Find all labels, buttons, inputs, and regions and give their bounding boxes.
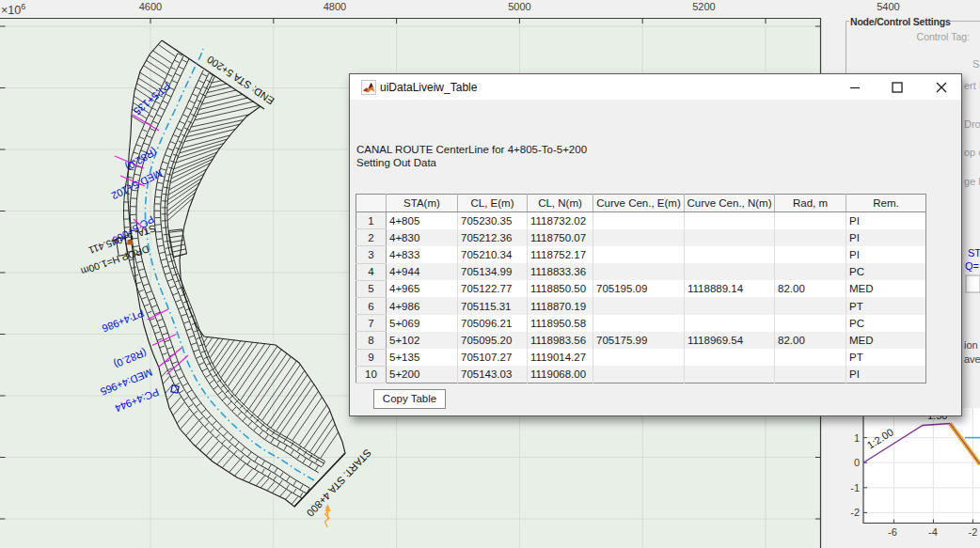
svg-text:5000: 5000 (508, 1, 530, 12)
svg-text:Q=: Q= (965, 260, 979, 272)
svg-text:ert L: ert L (964, 80, 980, 91)
svg-text:5200: 5200 (692, 1, 715, 12)
svg-text:ave: ave (964, 353, 980, 365)
svg-text:-1: -1 (850, 482, 860, 493)
svg-text:4600: 4600 (139, 1, 162, 12)
svg-text:Drop: Drop (964, 118, 980, 130)
svg-text:ST: ST (972, 58, 980, 70)
svg-text:Control Tag:: Control Tag: (917, 31, 970, 42)
svg-text:ST: ST (968, 247, 980, 258)
svg-text:op o: op o (964, 147, 980, 158)
svg-text:-6: -6 (888, 526, 897, 538)
svg-text:-2: -2 (969, 526, 978, 538)
svg-text:-2: -2 (850, 507, 860, 518)
svg-text:4800: 4800 (324, 1, 346, 12)
svg-text:5400: 5400 (877, 1, 899, 12)
svg-text:ge B: ge B (964, 176, 980, 187)
svg-text:Node/Control Settings: Node/Control Settings (850, 16, 951, 27)
svg-text:1: 1 (854, 432, 860, 444)
svg-text:ion: ion (964, 339, 978, 351)
svg-text:0: 0 (854, 457, 860, 468)
svg-text:-4: -4 (928, 526, 938, 538)
